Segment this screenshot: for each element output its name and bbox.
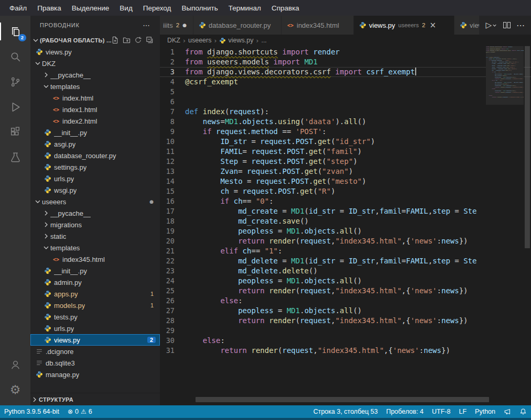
tree-folder-DKZ[interactable]: DKZ — [30, 58, 160, 69]
notifications-bell-icon[interactable] — [515, 405, 531, 418]
line-number[interactable]: 28 — [160, 316, 185, 326]
indentation-status[interactable]: Пробелов: 4 — [382, 405, 428, 418]
tree-file-index1.html[interactable]: <>index1.html — [30, 104, 160, 115]
code-line[interactable]: 20 return render(request,"index345.html"… — [160, 236, 531, 246]
tree-file-wsgi.py[interactable]: wsgi.py — [30, 184, 160, 196]
tree-folder-templates[interactable]: templates — [30, 242, 160, 253]
tree-file-admin.py[interactable]: admin.py — [30, 277, 160, 288]
problems-status[interactable]: ⊗ 0 ⚠ 6 — [63, 405, 96, 418]
tree-file-apps.py[interactable]: apps.py1 — [30, 288, 160, 300]
code-line[interactable]: 23 md_delete.delete() — [160, 266, 531, 276]
code-line[interactable]: 11 FAMIL= request.POST.get("famil") — [160, 147, 531, 157]
structure-section-header[interactable]: СТРУКТУРА — [30, 393, 160, 405]
code-line[interactable]: 6 — [160, 97, 531, 107]
testing-icon[interactable] — [0, 145, 30, 170]
code-line[interactable]: 1from django.shortcuts import render — [160, 47, 531, 57]
code-line[interactable]: 31 return render(request,"index345.html"… — [160, 346, 531, 356]
language-mode-status[interactable]: Python — [471, 405, 500, 418]
line-number[interactable]: 29 — [160, 326, 185, 336]
vertical-scrollbar-thumb[interactable] — [525, 46, 530, 248]
code-line[interactable]: 21 elif ch== "1": — [160, 246, 531, 256]
line-number[interactable]: 2 — [160, 57, 185, 67]
code-line[interactable]: 27 peopless = MD1.objects.all() — [160, 306, 531, 316]
tab-database_roouter.py[interactable]: database_roouter.py — [193, 16, 281, 35]
line-number[interactable]: 30 — [160, 336, 185, 346]
line-number[interactable]: 23 — [160, 266, 185, 276]
menu-item[interactable]: Выделение — [67, 2, 115, 14]
code-line[interactable]: 12 Step = request.POST.get("step") — [160, 157, 531, 167]
line-number[interactable]: 19 — [160, 226, 185, 236]
line-number[interactable]: 24 — [160, 276, 185, 286]
tree-file-index.html[interactable]: <>index.html — [30, 92, 160, 104]
code-line[interactable]: 17 md_create = MD1(id_str = ID_str,famil… — [160, 206, 531, 216]
breadcrumb-item[interactable]: DKZ — [167, 37, 180, 44]
tree-file-asgi.py[interactable]: asgi.py — [30, 138, 160, 150]
tree-file-tests.py[interactable]: tests.py — [30, 311, 160, 323]
code-line[interactable]: 18 md_create.save() — [160, 216, 531, 226]
explorer-more-actions-icon[interactable]: ⋯ — [143, 21, 150, 29]
tree-file-__init__.py[interactable]: __init__.py — [30, 265, 160, 277]
breadcrumb-item[interactable]: ... — [261, 37, 266, 44]
code-line[interactable]: 15 ch = request.POST.get("R") — [160, 186, 531, 196]
line-number[interactable]: 6 — [160, 97, 185, 107]
cursor-position-status[interactable]: Строка 3, столбец 53 — [309, 405, 382, 418]
tree-file-settings.py[interactable]: settings.py — [30, 161, 160, 173]
line-number[interactable]: 25 — [160, 286, 185, 296]
extensions-icon[interactable] — [0, 119, 30, 145]
breadcrumb-item[interactable]: views.py — [219, 37, 253, 44]
code-line[interactable]: 29 — [160, 326, 531, 336]
code-line[interactable]: 13 Zvan= request.POST.get("zvan") — [160, 167, 531, 176]
tree-folder-static[interactable]: static — [30, 230, 160, 242]
workspace-section-header[interactable]: (РАБОЧАЯ ОБЛАСТЬ) ... — [30, 34, 160, 46]
minimap-slider[interactable] — [486, 46, 524, 105]
line-number[interactable]: 27 — [160, 306, 185, 316]
collapse-all-icon[interactable] — [146, 36, 154, 44]
menu-item[interactable]: Переход — [138, 2, 177, 14]
menu-item[interactable]: Выполнить — [176, 2, 223, 14]
line-number[interactable]: 8 — [160, 117, 185, 127]
tree-file-urls.py[interactable]: urls.py — [30, 173, 160, 184]
close-tab-icon[interactable]: × — [429, 20, 436, 30]
tab-views.py[interactable]: views.py — [454, 16, 479, 35]
tree-folder-__pycache__[interactable]: __pycache__ — [30, 207, 160, 219]
line-number[interactable]: 11 — [160, 147, 185, 157]
line-number[interactable]: 13 — [160, 167, 185, 176]
minimap[interactable]: from django.shortcuts import render from… — [486, 46, 524, 405]
line-number[interactable]: 5 — [160, 87, 185, 97]
code-line[interactable]: 26 else: — [160, 296, 531, 306]
line-number[interactable]: 21 — [160, 246, 185, 256]
tree-file-db.sqlite3[interactable]: db.sqlite3 — [30, 357, 160, 369]
line-number[interactable]: 10 — [160, 137, 185, 147]
code-line[interactable]: 14 Mesto = request.POST.get("mesto") — [160, 176, 531, 186]
tree-file-index2.html[interactable]: <>index2.html — [30, 115, 160, 127]
tree-folder-migrations[interactable]: migrations — [30, 219, 160, 230]
line-number[interactable]: 16 — [160, 196, 185, 206]
line-number[interactable]: 26 — [160, 296, 185, 306]
line-number[interactable]: 4 — [160, 77, 185, 87]
code-line[interactable]: 25 return render(request,"index345.html"… — [160, 286, 531, 296]
code-line[interactable]: 9 if request.method == 'POST': — [160, 127, 531, 137]
code-editor[interactable]: 1from django.shortcuts import render2fro… — [160, 46, 531, 405]
tree-file-urls.py[interactable]: urls.py — [30, 323, 160, 334]
run-debug-icon[interactable] — [0, 94, 30, 119]
line-number[interactable]: 9 — [160, 127, 185, 137]
split-editor-icon[interactable] — [503, 21, 511, 29]
code-line[interactable]: 19 peopless = MD1.objects.all() — [160, 226, 531, 236]
refresh-icon[interactable] — [134, 36, 142, 44]
tree-file-__init__.py[interactable]: __init__.py — [30, 127, 160, 138]
tab-iiits[interactable]: iiits2● — [160, 16, 193, 35]
code-line[interactable]: 7def index(request): — [160, 107, 531, 117]
line-number[interactable]: 18 — [160, 216, 185, 226]
line-number[interactable]: 12 — [160, 157, 185, 167]
tree-folder-__pycache__[interactable]: __pycache__ — [30, 69, 160, 81]
new-file-icon[interactable] — [111, 36, 119, 44]
account-icon[interactable] — [0, 352, 30, 377]
horizontal-scrollbar[interactable] — [196, 397, 489, 402]
line-number[interactable]: 14 — [160, 176, 185, 186]
line-number[interactable]: 22 — [160, 256, 185, 266]
line-number[interactable]: 15 — [160, 186, 185, 196]
tree-file-manage.py[interactable]: manage.py — [30, 369, 160, 380]
encoding-status[interactable]: UTF-8 — [428, 405, 454, 418]
line-number[interactable]: 1 — [160, 47, 185, 57]
line-number[interactable]: 20 — [160, 236, 185, 246]
